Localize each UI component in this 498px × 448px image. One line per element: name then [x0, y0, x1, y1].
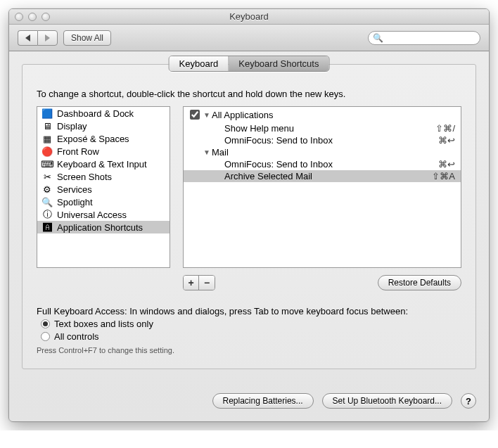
tab-keyboard[interactable]: Keyboard [170, 56, 229, 71]
category-services[interactable]: ⚙Services [37, 183, 170, 196]
shortcut-item[interactable]: OmniFocus: Send to Inbox⌘↩ [184, 134, 461, 146]
window-controls [9, 13, 50, 21]
shortcut-label: All Applications [212, 110, 455, 120]
search-input[interactable] [383, 32, 490, 44]
category-frontrow[interactable]: 🔴Front Row [37, 145, 170, 158]
category-label: Keyboard & Text Input [57, 159, 147, 169]
tab-keyboard-shortcuts[interactable]: Keyboard Shortcuts [229, 56, 328, 71]
remove-button[interactable]: − [199, 276, 215, 290]
shortcut-item[interactable]: Archive Selected Mail⇧⌘A [184, 170, 461, 182]
titlebar: Keyboard [9, 9, 489, 25]
zoom-icon[interactable] [42, 13, 50, 21]
window-title: Keyboard [9, 11, 489, 22]
minimize-icon[interactable] [28, 13, 37, 21]
fka-option2-label: All controls [54, 331, 99, 342]
category-dashboard[interactable]: 🟦Dashboard & Dock [37, 107, 170, 120]
search-icon: 🔍 [373, 33, 383, 43]
shortcut-item[interactable]: OmniFocus: Send to Inbox⌘↩ [184, 158, 461, 170]
main-panel: Keyboard Keyboard Shortcuts To change a … [22, 64, 476, 369]
category-screenshots[interactable]: ✂Screen Shots [37, 170, 170, 183]
preferences-window: Keyboard Show All 🔍 Keyboard Keyboard Sh… [8, 8, 490, 422]
appshortcuts-icon: 🅰 [42, 222, 53, 233]
category-label: Universal Access [57, 210, 127, 220]
checkbox-cell [186, 108, 202, 122]
shortcut-tree[interactable]: ▼All ApplicationsShow Help menu⇧⌘/OmniFo… [183, 106, 461, 268]
category-label: Spotlight [57, 197, 93, 207]
category-expose[interactable]: ▦Exposé & Spaces [37, 132, 170, 145]
nav-segment [18, 30, 58, 46]
forward-button[interactable] [37, 30, 58, 46]
chevron-left-icon [25, 34, 30, 41]
show-all-button[interactable]: Show All [63, 30, 111, 46]
shortcut-label: Archive Selected Mail [212, 171, 432, 181]
category-label: Exposé & Spaces [57, 134, 129, 144]
radio-icon [41, 319, 50, 328]
shortcut-label: OmniFocus: Send to Inbox [212, 159, 438, 169]
disclosure-icon[interactable]: ▼ [202, 111, 212, 119]
replacing-batteries-button[interactable]: Replacing Batteries... [212, 393, 314, 409]
category-list[interactable]: 🟦Dashboard & Dock🖥Display▦Exposé & Space… [37, 106, 170, 268]
category-label: Screen Shots [57, 172, 112, 182]
instruction-text: To change a shortcut, double-click the s… [37, 89, 461, 99]
shortcut-label: Show Help menu [212, 123, 435, 134]
expose-icon: ▦ [42, 133, 53, 144]
shortcut-group[interactable]: ▼Mail [184, 146, 461, 158]
category-display[interactable]: 🖥Display [37, 120, 170, 132]
category-universal[interactable]: ⓘUniversal Access [37, 208, 170, 221]
dashboard-icon: 🟦 [42, 108, 53, 119]
setup-bluetooth-button[interactable]: Set Up Bluetooth Keyboard... [322, 393, 452, 409]
category-label: Services [57, 184, 92, 195]
restore-defaults-button[interactable]: Restore Defaults [378, 275, 461, 290]
fka-option1-label: Text boxes and lists only [54, 319, 153, 329]
add-remove-segment: + − [183, 275, 215, 290]
fka-option-all-controls[interactable]: All controls [41, 331, 461, 342]
category-label: Front Row [57, 146, 99, 157]
spotlight-icon: 🔍 [42, 196, 53, 207]
fka-hint: Press Control+F7 to change this setting. [37, 346, 461, 354]
help-button[interactable]: ? [461, 393, 476, 409]
radio-icon [41, 332, 50, 341]
category-appshortcuts[interactable]: 🅰Application Shortcuts [37, 221, 170, 233]
category-spotlight[interactable]: 🔍Spotlight [37, 196, 170, 208]
toolbar: Show All 🔍 [9, 25, 489, 51]
category-label: Application Shortcuts [57, 222, 143, 233]
shortcut-item[interactable]: Show Help menu⇧⌘/ [184, 122, 461, 134]
footer: Replacing Batteries... Set Up Bluetooth … [9, 382, 489, 421]
add-button[interactable]: + [184, 276, 199, 290]
category-kbtext[interactable]: ⌨Keyboard & Text Input [37, 158, 170, 170]
shortcut-label: OmniFocus: Send to Inbox [212, 135, 438, 146]
close-icon[interactable] [15, 13, 23, 21]
back-button[interactable] [18, 30, 37, 46]
screenshots-icon: ✂ [42, 171, 53, 182]
category-label: Dashboard & Dock [57, 108, 134, 119]
full-keyboard-access: Full Keyboard Access: In windows and dia… [37, 306, 461, 354]
shortcut-label: Mail [212, 147, 455, 158]
shortcut-group[interactable]: ▼All Applications [184, 107, 461, 122]
search-field[interactable]: 🔍 [368, 31, 480, 45]
fka-option-textboxes[interactable]: Text boxes and lists only [41, 319, 461, 329]
enable-checkbox[interactable] [190, 110, 200, 120]
shortcut-keys[interactable]: ⇧⌘/ [435, 123, 455, 134]
universal-icon: ⓘ [42, 209, 53, 220]
fka-label: Full Keyboard Access: In windows and dia… [37, 306, 461, 316]
shortcut-keys[interactable]: ⌘↩ [438, 135, 455, 146]
shortcut-keys[interactable]: ⌘↩ [438, 159, 455, 169]
display-icon: 🖥 [42, 120, 53, 132]
category-label: Display [57, 121, 87, 132]
services-icon: ⚙ [42, 184, 53, 195]
tab-bar: Keyboard Keyboard Shortcuts [169, 56, 330, 72]
frontrow-icon: 🔴 [42, 146, 53, 157]
chevron-right-icon [45, 34, 50, 41]
disclosure-icon[interactable]: ▼ [202, 148, 212, 156]
kbtext-icon: ⌨ [42, 158, 53, 169]
shortcut-keys[interactable]: ⇧⌘A [432, 171, 455, 181]
